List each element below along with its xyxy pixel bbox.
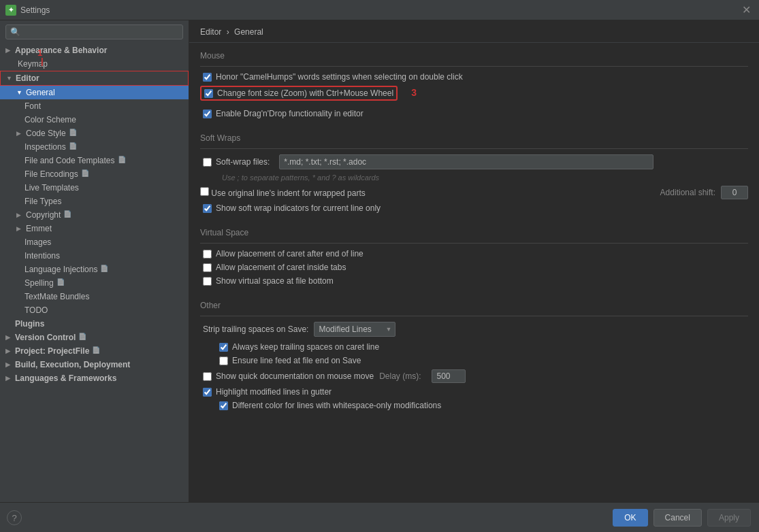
delay-input[interactable]: [432, 369, 466, 383]
chevron-icon: [16, 89, 26, 96]
sidebar-item-plugins[interactable]: Plugins: [0, 317, 189, 331]
dragndrop-label[interactable]: Enable Drag'n'Drop functionality in edit…: [203, 109, 364, 118]
zoom-checkbox[interactable]: [204, 89, 213, 98]
strip-trailing-dropdown[interactable]: None Modified Lines All: [314, 322, 395, 337]
sidebar-item-live-templates[interactable]: Live Templates: [0, 181, 189, 195]
different-color-label[interactable]: Different color for lines with whitespac…: [219, 401, 441, 410]
bottom-bar: OK Cancel Apply: [0, 502, 759, 532]
close-button[interactable]: ✕: [739, 3, 754, 16]
sidebar-item-copyright[interactable]: Copyright 📄: [0, 208, 189, 222]
sidebar-item-images[interactable]: Images: [0, 235, 189, 249]
always-keep-trailing-text: Always keep trailing spaces on caret lin…: [232, 342, 379, 352]
sidebar-item-color-scheme[interactable]: Color Scheme: [0, 113, 189, 127]
camelhumps-checkbox[interactable]: [203, 73, 212, 82]
app-icon: ✦: [5, 5, 16, 16]
ensure-line-feed-checkbox[interactable]: [219, 356, 228, 365]
sidebar-item-emmet[interactable]: Emmet: [0, 222, 189, 235]
sidebar-item-label: Live Templates: [25, 183, 79, 193]
soft-wrap-indicators-checkbox[interactable]: [203, 204, 212, 213]
caret-inside-tabs-checkbox[interactable]: [203, 263, 212, 272]
sidebar-item-label: File Types: [25, 197, 61, 206]
ensure-line-feed-label[interactable]: Ensure line feed at file end on Save: [219, 356, 361, 365]
soft-wraps-title: Soft Wraps: [200, 133, 748, 143]
original-indent-label[interactable]: Use original line's indent for wrapped p…: [200, 187, 366, 198]
annotation-label-1: 1: [37, 48, 42, 58]
soft-wrap-indicators-row: Show soft wrap indicators for current li…: [200, 203, 748, 213]
sidebar-item-label: Inspections: [25, 142, 66, 152]
sidebar-item-project[interactable]: Project: ProjectFile 📄: [0, 344, 189, 358]
virtual-space-bottom-row: Show virtual space at file bottom: [200, 276, 748, 286]
sidebar-item-label: Build, Execution, Deployment: [15, 360, 130, 369]
chevron-icon: [6, 75, 16, 82]
sidebar-item-textmate[interactable]: TextMate Bundles: [0, 290, 189, 303]
ok-button[interactable]: OK: [613, 509, 647, 527]
always-keep-trailing-label[interactable]: Always keep trailing spaces on caret lin…: [219, 342, 379, 352]
search-icon: 🔍: [10, 27, 20, 37]
quick-doc-checkbox[interactable]: [203, 372, 212, 381]
caret-after-end-label[interactable]: Allow placement of caret after end of li…: [203, 249, 364, 259]
search-input[interactable]: [23, 27, 178, 37]
cancel-button[interactable]: Cancel: [653, 509, 702, 527]
sidebar-item-file-types[interactable]: File Types: [0, 195, 189, 208]
soft-wrap-checkbox[interactable]: [203, 158, 212, 167]
page-icon: 📄: [78, 333, 88, 342]
always-keep-trailing-checkbox[interactable]: [219, 343, 228, 352]
page-icon: 📄: [63, 210, 73, 220]
sidebar-item-languages[interactable]: Languages & Frameworks: [0, 371, 189, 385]
original-indent-checkbox[interactable]: [200, 187, 209, 196]
sidebar-item-inspections[interactable]: Inspections 📄: [0, 140, 189, 154]
caret-after-end-checkbox[interactable]: [203, 250, 212, 259]
caret-inside-tabs-label[interactable]: Allow placement of caret inside tabs: [203, 263, 346, 272]
soft-wrap-files-input[interactable]: [279, 154, 653, 169]
sidebar-item-font[interactable]: Font: [0, 99, 189, 113]
sidebar-item-spelling[interactable]: Spelling 📄: [0, 276, 189, 290]
sidebar-item-editor[interactable]: Editor: [0, 71, 189, 86]
zoom-label[interactable]: Change font size (Zoom) with Ctrl+Mouse …: [204, 88, 393, 98]
camelhumps-label[interactable]: Honor "CamelHumps" words settings when s…: [203, 72, 463, 82]
help-button[interactable]: ?: [7, 510, 22, 525]
soft-wrap-indicators-label[interactable]: Show soft wrap indicators for current li…: [203, 203, 381, 213]
sidebar-item-label: Project: ProjectFile: [15, 346, 89, 356]
sidebar-item-intentions[interactable]: Intentions: [0, 249, 189, 263]
soft-wrap-files-label[interactable]: Soft-wrap files:: [203, 157, 270, 167]
soft-wrap-files-row: Soft-wrap files:: [200, 154, 748, 169]
highlight-modified-checkbox[interactable]: [203, 388, 212, 397]
other-section-title: Other: [200, 301, 748, 310]
quick-doc-row: Show quick documentation on mouse move D…: [200, 369, 748, 383]
page-icon: 📄: [56, 278, 66, 288]
sidebar-item-general[interactable]: General 2: [0, 86, 189, 99]
virtual-space-bottom-label[interactable]: Show virtual space at file bottom: [203, 276, 334, 286]
sidebar-item-appearance[interactable]: Appearance & Behavior: [0, 44, 189, 57]
annotation-label-3: 3: [411, 87, 417, 98]
chevron-icon: [16, 130, 26, 137]
different-color-checkbox[interactable]: [219, 401, 228, 410]
highlight-modified-label[interactable]: Highlight modified lines in gutter: [203, 387, 332, 397]
sidebar-item-label: Color Scheme: [25, 115, 76, 124]
quick-doc-label[interactable]: Show quick documentation on mouse move: [203, 371, 374, 381]
sidebar-item-label: Editor: [16, 73, 39, 83]
chevron-icon: [5, 47, 15, 54]
chevron-icon: [5, 348, 15, 354]
sidebar-item-label: Font: [25, 101, 41, 111]
virtual-space-bottom-checkbox[interactable]: [203, 277, 212, 286]
sidebar-item-file-encodings[interactable]: File Encodings 📄: [0, 167, 189, 181]
highlight-modified-text: Highlight modified lines in gutter: [216, 387, 332, 397]
additional-shift-input[interactable]: [721, 186, 748, 199]
different-color-row: Different color for lines with whitespac…: [200, 401, 748, 410]
sidebar-item-keymap[interactable]: Keymap | 1: [0, 57, 189, 71]
sidebar-item-code-style[interactable]: Code Style 📄: [0, 127, 189, 140]
sidebar-item-todo[interactable]: TODO: [0, 303, 189, 317]
breadcrumb-part1: Editor: [200, 27, 221, 37]
sidebar-item-build[interactable]: Build, Execution, Deployment: [0, 358, 189, 371]
dragndrop-text: Enable Drag'n'Drop functionality in edit…: [216, 109, 364, 118]
sidebar-item-language-injections[interactable]: Language Injections 📄: [0, 263, 189, 276]
virtual-space-title: Virtual Space: [200, 228, 748, 237]
sidebar-item-label: Emmet: [26, 224, 52, 233]
sidebar-item-label: File and Code Templates: [25, 156, 115, 165]
sidebar-item-version-control[interactable]: Version Control 📄: [0, 331, 189, 344]
search-box[interactable]: 🔍: [5, 24, 183, 39]
sidebar-item-file-code-templates[interactable]: File and Code Templates 📄: [0, 154, 189, 167]
apply-button[interactable]: Apply: [707, 509, 751, 527]
mouse-section-title: Mouse: [200, 51, 748, 61]
dragndrop-checkbox[interactable]: [203, 110, 212, 118]
